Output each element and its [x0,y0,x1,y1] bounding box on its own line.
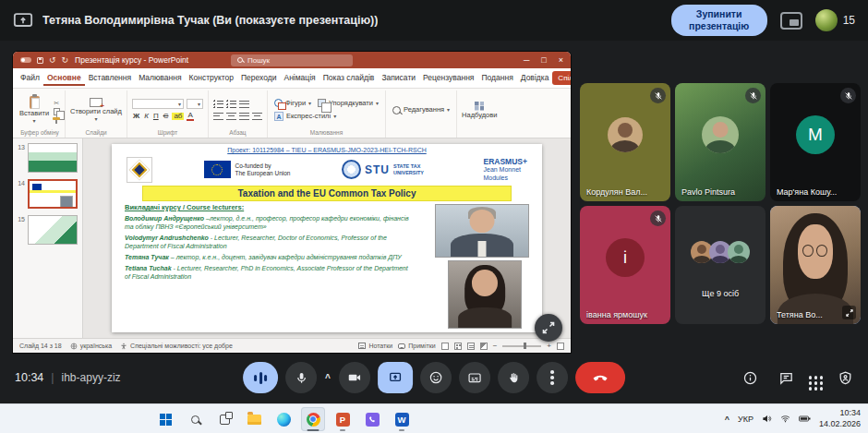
align-center-icon[interactable] [226,112,236,121]
participant-tile[interactable]: Pavlo Pintsura [675,83,766,201]
undo-icon[interactable]: ↺ [49,56,56,65]
font-color-button[interactable]: А [187,112,193,121]
language-status[interactable]: українська [70,343,112,350]
tab-home[interactable]: Основне [43,70,85,87]
meeting-details-button[interactable] [742,370,758,386]
tab-record[interactable]: Записати [378,70,419,87]
close-icon[interactable]: × [559,56,563,65]
stop-presentation-button[interactable]: Зупинити презентацію [671,5,767,35]
file-explorer-button[interactable] [242,407,266,431]
thumbnail-slide-15[interactable]: 15 [13,215,79,245]
italic-button[interactable]: К [143,113,150,120]
volume-icon[interactable] [762,414,772,426]
zoom-out-button[interactable]: − [493,343,498,350]
cut-icon[interactable]: ✂ [54,100,59,106]
more-participants-tile[interactable]: Ще 9 осіб [675,206,766,324]
notes-button[interactable]: Нотатки [358,343,392,349]
start-button[interactable] [153,407,177,431]
participant-tile[interactable]: Кордулян Вал... [580,83,670,201]
slide-thumbnail-panel[interactable]: 13 14 15 [13,138,83,338]
numbering-icon[interactable] [226,100,236,109]
expand-tile-icon[interactable] [842,306,856,319]
tab-slideshow[interactable]: Показ слайдів [319,70,379,87]
participant-count[interactable]: 15 [815,9,855,31]
chat-button[interactable] [778,370,794,386]
accessibility-status[interactable]: Спеціальні можливості: усе добре [120,343,233,350]
powerpoint-button[interactable]: P [331,407,355,431]
arrange-button[interactable]: Упорядкувати ▾ [316,98,380,108]
participant-tile[interactable]: і іванна ярмошук [580,206,670,324]
more-options-button[interactable] [536,362,568,393]
search-box[interactable]: Пошук [231,54,353,66]
task-view-button[interactable] [212,407,236,431]
end-call-button[interactable] [575,362,625,393]
thumbnail-slide-14[interactable]: 14 [13,179,79,209]
addins-button[interactable]: Надбудови [462,102,497,119]
word-button[interactable]: W [390,407,414,431]
bullets-icon[interactable] [213,100,223,109]
taskbar-clock[interactable]: 10:34 14.02.2026 [819,408,861,429]
participant-tile[interactable]: M Мар'яна Кошу... [770,83,861,201]
editing-button[interactable]: Редагування ▾ [391,105,452,115]
reactions-button[interactable] [420,362,452,393]
network-icon[interactable] [780,414,790,426]
tab-help[interactable]: Довідка [517,70,553,87]
format-painter-icon[interactable] [53,117,60,120]
align-left-icon[interactable] [213,112,223,121]
edge-button[interactable] [271,407,295,431]
fit-to-window-icon[interactable] [557,343,564,350]
present-button[interactable] [378,362,413,393]
hidden-icons-chevron[interactable]: ^ [725,415,729,424]
thumbnail-slide-13[interactable]: 13 [13,143,79,173]
picture-in-picture-icon[interactable] [780,12,802,30]
microphone-button[interactable] [285,362,317,393]
view-slideshow-icon[interactable] [480,343,488,350]
tab-insert[interactable]: Вставлення [85,70,135,87]
viber-button[interactable] [360,407,384,431]
font-family-select[interactable]: ▾ [132,99,184,109]
copy-icon[interactable] [54,108,60,115]
view-sorter-icon[interactable] [454,343,462,350]
align-right-icon[interactable] [252,112,262,121]
captions-button[interactable] [459,362,490,393]
tab-animations[interactable]: Анімація [281,70,319,87]
highlight-button[interactable]: аб [172,113,184,120]
tab-draw[interactable]: Малювання [135,70,185,87]
tab-review[interactable]: Рецензування [419,70,477,87]
shapes-button[interactable]: Фігури ▾ [272,98,313,108]
font-size-select[interactable]: ▾ [187,99,203,109]
comments-button[interactable]: Примітки [398,343,435,349]
zoom-slider[interactable] [502,345,541,347]
indent-icon[interactable] [239,100,249,109]
view-normal-icon[interactable] [441,343,449,350]
chrome-button[interactable] [301,407,325,431]
tab-file[interactable]: Файл [17,70,43,87]
battery-icon[interactable] [799,414,811,426]
mic-activity-indicator[interactable] [243,362,278,393]
new-slide-button[interactable]: Створити слайд ▾ [70,98,122,122]
redo-icon[interactable]: ↻ [62,56,69,65]
strikethrough-button[interactable]: С [163,113,170,120]
expand-presentation-button[interactable] [535,314,562,342]
justify-icon[interactable] [239,112,249,121]
audio-settings-chevron[interactable]: ^ [324,373,332,383]
camera-button[interactable] [339,362,370,393]
underline-button[interactable]: П [152,113,160,120]
save-icon[interactable] [37,57,43,64]
tab-transitions[interactable]: Переходи [237,70,281,87]
view-reading-icon[interactable] [467,343,475,350]
bold-button[interactable]: Ж [132,113,140,120]
participant-tile-self-video[interactable]: Тетяна Во... [770,206,861,324]
paste-button[interactable]: Вставити ▾ [19,96,49,124]
powerpoint-title-bar[interactable]: ↺ ↻ Презентація курсу - PowerPoint Пошук… [13,52,571,68]
minimize-icon[interactable]: ─ [524,56,529,65]
host-controls-button[interactable] [838,370,853,386]
tab-design[interactable]: Конструктор [186,70,237,87]
autosave-toggle[interactable] [20,57,31,63]
tab-view[interactable]: Подання [477,70,516,87]
zoom-in-button[interactable]: + [547,343,551,350]
share-button[interactable]: Спільний доступ ▾ [552,71,571,85]
maximize-icon[interactable]: □ [541,56,546,65]
raise-hand-button[interactable] [498,362,529,393]
taskbar-search[interactable] [183,407,207,431]
